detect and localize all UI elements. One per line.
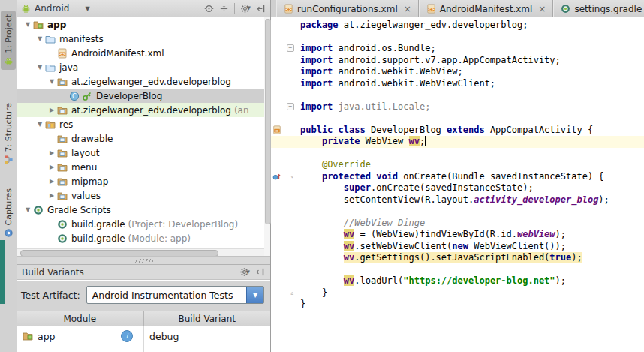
close-icon[interactable]: × xyxy=(404,5,411,14)
tree-row-at-ziegelwanger-edv-developerblog[interactable]: ▼at.ziegelwanger_edv.developerblog xyxy=(17,74,264,89)
editor-tab-runconfigurations-xml[interactable]: <>runConfigurations.xml× xyxy=(276,0,419,17)
package-icon xyxy=(57,148,68,158)
tree-row-layout[interactable]: ▶layout xyxy=(17,146,264,160)
tree-item-label: manifests xyxy=(59,34,104,44)
tree-row-at-ziegelwanger-edv-developerblog[interactable]: ▶at.ziegelwanger_edv.developerblog(an xyxy=(17,103,264,117)
package-icon xyxy=(57,162,68,173)
editor-gutter: ▿ xyxy=(271,171,296,183)
code-line: <>public class DeveloperBlog extends App… xyxy=(271,125,644,137)
gear-icon[interactable]: ▼ xyxy=(239,267,250,277)
code-line: wv.setWebViewClient(new WebViewClient())… xyxy=(271,241,644,253)
override-gutter-icon[interactable] xyxy=(272,172,281,181)
gradle-icon xyxy=(33,205,44,215)
tree-row-java[interactable]: ▼java xyxy=(17,60,264,74)
module-icon xyxy=(23,331,33,341)
hide-panel-icon[interactable] xyxy=(255,267,265,277)
code-line: } xyxy=(271,299,644,311)
tab-label: runConfigurations.xml xyxy=(297,4,398,14)
project-tree[interactable]: ▼app▼manifests<>AndroidManifest.xml▼java… xyxy=(17,17,264,248)
expand-arrow-icon[interactable]: ▶ xyxy=(47,192,57,199)
expand-arrow-icon[interactable]: ▼ xyxy=(35,64,45,71)
xml-icon: <> xyxy=(57,48,68,59)
tree-row-gradle-scripts[interactable]: ▼Gradle Scripts xyxy=(17,203,264,217)
editor-gutter xyxy=(271,194,296,206)
tool-button-project[interactable]: 1: Project xyxy=(1,11,16,70)
editor-gutter xyxy=(271,206,296,218)
class-icon: C xyxy=(69,91,80,101)
code-text: wv.loadUrl("https://developer-blog.net")… xyxy=(296,275,566,287)
tool-button-structure[interactable]: 7: Structure xyxy=(1,99,16,168)
code-text xyxy=(296,264,300,276)
xml-gutter-icon[interactable]: <> xyxy=(272,125,281,134)
toolbar-separator xyxy=(234,3,235,14)
collapse-all-icon[interactable] xyxy=(219,4,229,14)
fold-marker-icon[interactable]: ▿ xyxy=(290,171,294,183)
code-line: −import android.os.Bundle; xyxy=(271,43,644,55)
tree-row-values[interactable]: ▶values xyxy=(17,188,264,203)
expand-arrow-icon[interactable]: ▼ xyxy=(23,21,33,28)
code-editor[interactable]: package at.ziegelwanger_edv.developerblo… xyxy=(271,17,644,352)
code-line xyxy=(271,113,644,125)
gradle-icon xyxy=(57,233,68,244)
tree-row-build-gradle[interactable]: build.gradle(Project: DeveloperBlog) xyxy=(17,217,264,231)
editor-gutter: − xyxy=(271,43,296,55)
gradle-icon xyxy=(57,219,68,230)
chevron-down-icon[interactable]: ▼ xyxy=(85,5,89,12)
tab-label: settings.gradle xyxy=(574,4,642,14)
tree-item-label: DeveloperBlog xyxy=(96,91,162,101)
code-line: wv.getSettings().setJavaScriptEnabled(tr… xyxy=(271,252,644,264)
module-name: app xyxy=(38,331,56,342)
test-artifact-combobox[interactable]: Android Instrumentation Tests ▼ xyxy=(86,286,264,304)
info-icon[interactable]: i xyxy=(121,330,133,342)
tree-row-app[interactable]: ▼app xyxy=(17,17,264,32)
expand-arrow-icon[interactable]: ▼ xyxy=(47,78,57,85)
test-artifact-label: Test Artifact: xyxy=(21,290,80,301)
tree-row-drawable[interactable]: drawable xyxy=(17,131,264,146)
tree-vertical-scrollbar[interactable] xyxy=(264,17,270,256)
gear-icon[interactable]: ▼ xyxy=(240,4,251,14)
project-view-selector[interactable]: Android xyxy=(35,3,69,14)
svg-text:<>: <> xyxy=(285,7,292,11)
fold-marker-icon[interactable]: − xyxy=(287,44,294,52)
editor-tab-androidmanifest-xml[interactable]: <>AndroidManifest.xml× xyxy=(419,0,554,17)
code-text: wv.getSettings().setJavaScriptEnabled(tr… xyxy=(296,252,582,264)
text-caret xyxy=(425,136,426,146)
editor-gutter xyxy=(271,264,296,276)
editor-gutter xyxy=(271,159,296,171)
expand-arrow-icon[interactable]: ▼ xyxy=(35,121,45,128)
expand-arrow-icon[interactable]: ▼ xyxy=(35,35,45,42)
expand-arrow-icon[interactable]: ▶ xyxy=(47,164,57,170)
editor-gutter: − xyxy=(271,101,296,113)
expand-arrow-icon[interactable]: ▼ xyxy=(23,206,33,213)
tree-row-manifests[interactable]: ▼manifests xyxy=(17,32,264,46)
tree-row-build-gradle[interactable]: build.gradle(Module: app) xyxy=(17,231,264,245)
fold-marker-icon[interactable]: − xyxy=(287,103,294,110)
scroll-from-source-icon[interactable] xyxy=(204,4,214,14)
editor-gutter xyxy=(271,182,296,194)
code-text xyxy=(296,32,300,44)
code-text: @Override xyxy=(296,159,371,171)
build-variant-value[interactable]: debug xyxy=(149,331,179,342)
code-text: import android.support.v7.app.AppCompatA… xyxy=(296,55,561,67)
tree-row-mipmap[interactable]: ▶mipmap xyxy=(17,174,264,188)
expand-arrow-icon[interactable]: ▶ xyxy=(47,149,57,156)
tree-row-androidmanifest-xml[interactable]: <>AndroidManifest.xml xyxy=(17,46,264,60)
code-line xyxy=(271,89,644,101)
close-icon[interactable]: × xyxy=(538,5,546,14)
expand-arrow-icon[interactable]: ▶ xyxy=(47,107,57,113)
combo-dropdown-button[interactable]: ▼ xyxy=(246,287,263,303)
expand-arrow-icon[interactable]: ▶ xyxy=(47,178,57,185)
fold-marker-icon[interactable]: ▵ xyxy=(290,287,294,299)
tool-button-captures[interactable]: Captures xyxy=(1,185,16,242)
tree-item-label: java xyxy=(59,62,78,73)
tree-row-res[interactable]: ▼res xyxy=(17,117,264,131)
table-body: appidebug xyxy=(17,326,270,352)
editor-gutter xyxy=(271,299,296,311)
editor-tab-settings-gradle[interactable]: settings.gradle xyxy=(553,0,644,17)
tree-row-developerblog[interactable]: CDeveloperBlog xyxy=(17,89,264,103)
tree-item-label: layout xyxy=(71,148,99,158)
tree-item-suffix: (Project: DeveloperBlog) xyxy=(128,219,239,230)
hide-panel-icon[interactable] xyxy=(256,4,266,14)
tree-row-menu[interactable]: ▶menu xyxy=(17,160,264,174)
build-variants-table: Module Build Variant appidebug xyxy=(17,311,270,352)
